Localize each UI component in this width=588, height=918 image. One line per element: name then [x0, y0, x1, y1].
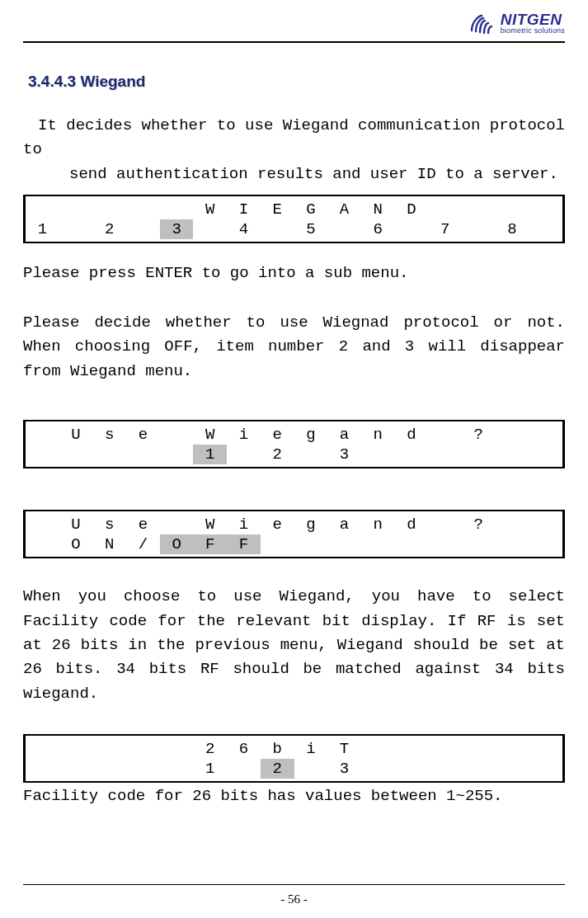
lcd-row: ON/ O F F [26, 534, 562, 554]
lcd-row: Use Wie gand ? [26, 425, 562, 445]
paragraph-range: Facility code for 26 bits has values bet… [23, 784, 565, 808]
lcd-row: WIE GAND [26, 200, 562, 219]
paragraph-intro-line1: It decides whether to use Wiegand commun… [23, 114, 565, 162]
lcd-row: 1 2 3 [26, 759, 562, 779]
lcd-row: 26b iT [26, 739, 562, 759]
footer-divider [23, 884, 565, 885]
lcd-row: 12 3 4 56 78 [26, 219, 562, 239]
lcd-wiegand-menu: WIE GAND 12 3 4 56 78 [23, 195, 565, 243]
paragraph-facility: When you choose to use Wiegand, you have… [23, 585, 565, 706]
paragraph-decide: Please decide whether to use Wiegnad pro… [23, 311, 565, 384]
paragraph-intro-line2: send authentication results and user ID … [23, 162, 565, 186]
brand-logo: NITGEN biometric solutions [469, 12, 565, 35]
page-number: - 56 - [0, 892, 588, 906]
lcd-row: 1 2 3 [26, 445, 562, 464]
lcd-cursor: O [160, 534, 194, 554]
section-title: 3.4.4.3 Wiegand [28, 73, 565, 91]
lcd-use-wiegand-onoff: Use Wie gand ? ON/ O F F [23, 510, 565, 558]
lcd-cursor: 1 [193, 445, 227, 464]
brand-tagline: biometric solutions [501, 27, 565, 35]
brand-name: NITGEN [501, 12, 565, 27]
lcd-use-wiegand-numbers: Use Wie gand ? 1 2 3 [23, 420, 565, 468]
lcd-cursor: 2 [261, 759, 294, 779]
paragraph-enter: Please press ENTER to go into a sub menu… [23, 261, 565, 285]
page-header: NITGEN biometric solutions [23, 12, 565, 40]
lcd-row: Use Wie gand ? [26, 515, 562, 534]
lcd-26bit: 26b iT 1 2 3 [23, 734, 565, 783]
header-divider [23, 41, 565, 43]
fingerprint-icon [469, 12, 494, 34]
lcd-cursor: 3 [160, 219, 194, 239]
